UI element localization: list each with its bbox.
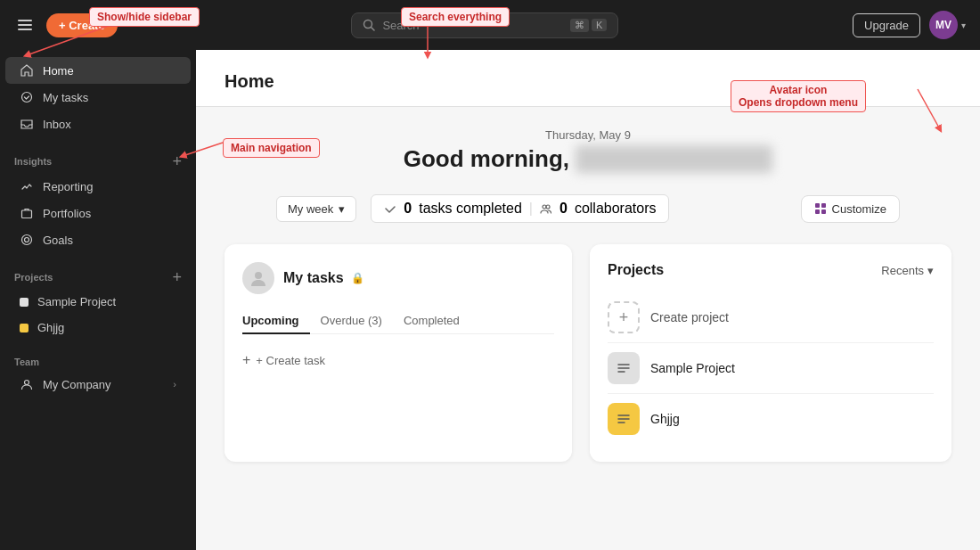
cards-row: My tasks 🔒 Upcoming Overdue (3) Complete… bbox=[225, 244, 951, 462]
search-input[interactable] bbox=[382, 19, 563, 32]
tasks-title-area: My tasks 🔒 bbox=[283, 270, 364, 286]
sample-project-icon bbox=[608, 352, 640, 384]
svg-rect-2 bbox=[18, 29, 32, 30]
svg-rect-17 bbox=[821, 203, 826, 208]
sidebar-company-label: My Company bbox=[43, 378, 111, 391]
create-project-label: Create project bbox=[650, 310, 729, 324]
tasks-card-header: My tasks 🔒 bbox=[242, 262, 554, 294]
sidebar-item-home[interactable]: Home bbox=[5, 57, 191, 84]
week-selector[interactable]: My week ▾ bbox=[276, 196, 356, 222]
tab-completed[interactable]: Completed bbox=[393, 308, 470, 334]
project-item-ghjjg[interactable]: Ghjjg bbox=[608, 394, 934, 444]
svg-rect-18 bbox=[815, 209, 820, 214]
sidebar-insights-section: Insights + bbox=[0, 144, 196, 173]
sidebar-item-goals[interactable]: Goals bbox=[5, 226, 191, 253]
sidebar: Home My tasks Inbox Insights + Reporting bbox=[0, 50, 196, 550]
lock-icon: 🔒 bbox=[351, 272, 364, 284]
reporting-icon bbox=[20, 179, 34, 193]
sidebar-portfolios-label: Portfolios bbox=[43, 207, 91, 220]
sidebar-item-portfolios[interactable]: Portfolios bbox=[5, 200, 191, 226]
create-button[interactable]: + Create bbox=[46, 13, 118, 37]
avatar[interactable]: MV bbox=[929, 11, 958, 39]
recents-button[interactable]: Recents ▾ bbox=[881, 264, 934, 277]
upgrade-button[interactable]: Upgrade bbox=[853, 13, 920, 37]
tab-upcoming[interactable]: Upcoming bbox=[242, 308, 310, 334]
projects-add-button[interactable]: + bbox=[172, 269, 182, 285]
avatar-wrapper[interactable]: MV ▾ bbox=[929, 11, 966, 39]
greeting-text: Good morning, ████████████ bbox=[225, 145, 951, 173]
topbar-left: + Create bbox=[14, 13, 118, 37]
sidebar-item-reporting[interactable]: Reporting bbox=[5, 173, 191, 200]
tasks-stat-group: 0 tasks completed | 0 collaborators bbox=[371, 194, 669, 223]
create-task-plus: + bbox=[242, 352, 250, 368]
tasks-card: My tasks 🔒 Upcoming Overdue (3) Complete… bbox=[225, 244, 572, 462]
svg-point-15 bbox=[546, 205, 550, 209]
sidebar-mytasks-label: My tasks bbox=[43, 91, 88, 104]
tasks-card-title: My tasks bbox=[283, 270, 344, 286]
sidebar-reporting-label: Reporting bbox=[43, 180, 93, 193]
main-content: Home Thursday, May 9 Good morning, █████… bbox=[196, 50, 980, 550]
kbd-cmd: ⌘ bbox=[570, 19, 589, 32]
svg-rect-19 bbox=[821, 209, 826, 214]
team-section-label: Team bbox=[14, 357, 39, 367]
avatar-person-icon bbox=[249, 268, 268, 288]
greeting-label: Good morning, bbox=[404, 145, 569, 172]
recents-label: Recents bbox=[881, 264, 924, 277]
customize-label: Customize bbox=[832, 202, 886, 216]
sidebar-item-company[interactable]: My Company › bbox=[5, 371, 191, 398]
page-title: Home bbox=[225, 71, 951, 92]
check-icon bbox=[384, 202, 396, 215]
stats-left: My week ▾ 0 tasks completed | 0 collabor… bbox=[276, 194, 669, 223]
topbar: + Create ⌘ K Upgrade MV ▾ bbox=[0, 0, 980, 50]
projects-card: Projects Recents ▾ + Create project bbox=[590, 244, 951, 462]
create-project-icon: + bbox=[608, 301, 640, 333]
svg-point-20 bbox=[255, 272, 262, 279]
sidebar-item-inbox[interactable]: Inbox bbox=[5, 111, 191, 137]
goals-icon bbox=[20, 233, 34, 247]
sidebar-item-ghjjg[interactable]: Ghjjg bbox=[5, 315, 191, 341]
avatar-chevron-icon: ▾ bbox=[961, 21, 966, 30]
sidebar-projects-section: Projects + bbox=[0, 260, 196, 289]
create-task-button[interactable]: + + Create task bbox=[242, 349, 325, 372]
search-bar[interactable]: ⌘ K bbox=[351, 12, 618, 38]
ghjjg-project-dot bbox=[20, 324, 29, 332]
svg-point-9 bbox=[22, 93, 32, 103]
svg-rect-1 bbox=[18, 24, 32, 26]
sidebar-team-section: Team bbox=[0, 348, 196, 371]
customize-button[interactable]: Customize bbox=[801, 195, 900, 223]
svg-rect-16 bbox=[815, 203, 820, 208]
project-item-create[interactable]: + Create project bbox=[608, 292, 934, 343]
svg-point-11 bbox=[22, 235, 32, 245]
layout: Home My tasks Inbox Insights + Reporting bbox=[0, 0, 980, 550]
projects-card-title: Projects bbox=[608, 262, 664, 278]
company-chevron-icon: › bbox=[173, 379, 176, 390]
ghjjg-project-name: Ghjjg bbox=[650, 412, 680, 426]
sidebar-item-sample-project[interactable]: Sample Project bbox=[5, 289, 191, 315]
projects-card-header: Projects Recents ▾ bbox=[608, 262, 934, 278]
hamburger-button[interactable] bbox=[14, 14, 36, 36]
create-task-label: + Create task bbox=[256, 354, 325, 367]
topbar-right: Upgrade MV ▾ bbox=[853, 11, 966, 39]
project-item-sample[interactable]: Sample Project bbox=[608, 343, 934, 394]
inbox-icon bbox=[20, 117, 34, 131]
stats-bar: My week ▾ 0 tasks completed | 0 collabor… bbox=[276, 194, 900, 223]
recents-chevron-icon: ▾ bbox=[927, 264, 934, 277]
main-header: Home bbox=[196, 50, 980, 107]
svg-point-13 bbox=[25, 381, 29, 385]
insights-add-button[interactable]: + bbox=[172, 153, 182, 169]
svg-point-12 bbox=[25, 238, 29, 242]
collaborators-icon bbox=[540, 202, 552, 215]
company-icon bbox=[20, 377, 34, 391]
home-icon bbox=[20, 63, 34, 78]
tasks-completed-count: 0 bbox=[404, 201, 412, 217]
tasks-card-avatar bbox=[242, 262, 274, 294]
check-circle-icon bbox=[20, 90, 34, 104]
collaborators-count: 0 bbox=[559, 201, 568, 217]
tab-overdue[interactable]: Overdue (3) bbox=[310, 308, 393, 334]
sidebar-home-label: Home bbox=[43, 64, 74, 78]
projects-section-label: Projects bbox=[14, 272, 53, 283]
portfolios-icon bbox=[20, 206, 34, 220]
svg-rect-10 bbox=[22, 210, 32, 218]
home-content: Thursday, May 9 Good morning, ██████████… bbox=[196, 107, 980, 483]
sidebar-item-mytasks[interactable]: My tasks bbox=[5, 84, 191, 111]
